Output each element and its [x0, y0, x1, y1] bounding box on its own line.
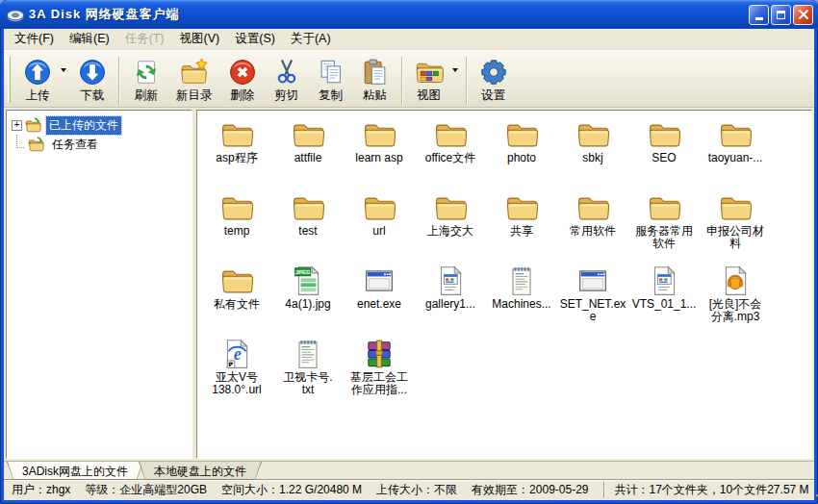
file-item[interactable]: enet.exe [344, 265, 415, 338]
copy-icon [317, 58, 345, 87]
file-item[interactable]: e亚太V号 138.0°.url [201, 338, 272, 411]
file-item[interactable]: 卫视卡号. txt [272, 338, 344, 411]
settings-icon [479, 58, 508, 87]
file-label: enet.exe [357, 298, 401, 311]
file-item[interactable]: attfile [272, 118, 344, 191]
file-label: 申报公司材 料 [706, 225, 764, 250]
file-item[interactable]: 基层工会工 作应用指... [344, 338, 415, 411]
toolbar-paste-label: 粘贴 [363, 88, 387, 104]
file-item[interactable]: test [272, 191, 344, 265]
file-item[interactable]: 常用软件 [557, 191, 628, 265]
folder-icon [292, 191, 324, 224]
title-bar[interactable]: 3A Disk 网络硬盘客户端 [0, 0, 818, 29]
file-item[interactable]: 私有文件 [201, 265, 272, 338]
file-label: 服务器常用 软件 [635, 225, 693, 250]
toolbar-copy-label: 复制 [319, 88, 343, 104]
new-folder-icon [180, 58, 209, 87]
file-item[interactable]: learn asp [344, 118, 415, 191]
toolbar-copy-button[interactable]: 复制 [309, 54, 353, 107]
toolbar-grip[interactable] [8, 57, 11, 103]
file-label: gallery1... [425, 298, 475, 311]
file-label: 上海交大 [427, 225, 473, 238]
file-label: learn asp [355, 152, 402, 164]
file-item[interactable]: 上海交大 [415, 191, 486, 265]
sidebar-item-uploaded-files[interactable]: +已上传的文件 [7, 115, 192, 135]
toolbar-new-folder-button[interactable]: 新目录 [168, 54, 220, 107]
menu-item-about[interactable]: 关于(A) [283, 28, 339, 50]
close-button[interactable] [793, 5, 813, 25]
file-item[interactable]: SET_NET.exe [557, 265, 628, 338]
toolbar-upload-button[interactable]: 上传 [15, 54, 60, 107]
tab-label: 3ADisk网盘上的文件 [8, 462, 142, 479]
file-label: temp [224, 225, 250, 238]
svg-text:JPEG: JPEG [295, 269, 311, 275]
file-item[interactable]: office文件 [415, 118, 486, 191]
file-item[interactable]: temp [201, 191, 272, 265]
file-label: 基层工会工 作应用指... [350, 371, 408, 396]
toolbar-view-label: 视图 [417, 88, 441, 104]
folder-arrow-icon [25, 117, 42, 133]
file-item[interactable]: JPEG4a(1).jpg [272, 265, 344, 338]
toolbar-cut-button[interactable]: 剪切 [265, 54, 309, 107]
file-item[interactable]: gallery1... [415, 265, 486, 338]
folder-icon [434, 191, 467, 224]
file-label: taoyuan-... [708, 152, 763, 164]
folder-arrow-icon [28, 137, 45, 152]
tree-expander-icon[interactable]: + [12, 120, 22, 131]
tab-local-files[interactable]: 本地硬盘上的文件 [139, 462, 262, 480]
menu-item-view[interactable]: 视图(V) [172, 28, 228, 50]
file-item[interactable]: 共享 [486, 191, 557, 265]
tab-remote-files[interactable]: 3ADisk网盘上的文件 [7, 462, 143, 480]
toolbar: 上传下载刷新新目录删除剪切复制粘贴视图设置 [4, 50, 814, 108]
mp3-file-icon [719, 265, 752, 297]
file-item[interactable]: VTS_01_1... [628, 265, 700, 338]
upload-dropdown-button[interactable] [60, 54, 70, 87]
file-item[interactable]: SEO [628, 118, 700, 191]
sidebar-item-task-view[interactable]: 任务查看 [7, 135, 192, 154]
file-label: sbkj [582, 152, 602, 164]
view-icon [415, 58, 444, 87]
status-field: 用户：zhgx [12, 482, 70, 498]
exe-file-icon [363, 265, 396, 297]
file-item[interactable]: sbkj [557, 118, 628, 191]
textdoc-file-icon [292, 338, 324, 370]
file-item[interactable]: 申报公司材 料 [700, 191, 771, 265]
folder-icon [505, 191, 538, 224]
status-field: 有效期至：2009-05-29 [472, 482, 588, 498]
file-item[interactable]: 服务器常用 软件 [628, 191, 700, 265]
file-item[interactable]: asp程序 [201, 118, 272, 191]
folder-icon [576, 118, 609, 151]
chevron-down-icon [61, 68, 66, 72]
file-item[interactable]: Machines... [486, 265, 557, 338]
toolbar-delete-button[interactable]: 删除 [220, 54, 265, 107]
htmldoc-file-icon [648, 265, 680, 297]
file-label: SET_NET.exe [558, 298, 627, 323]
file-item[interactable]: url [344, 191, 415, 265]
toolbar-settings-button[interactable]: 设置 [472, 54, 516, 107]
htmldoc-file-icon [434, 265, 467, 297]
toolbar-new-folder-label: 新目录 [176, 88, 213, 104]
maximize-button[interactable] [771, 5, 791, 25]
file-item[interactable]: photo [486, 118, 557, 191]
app-window: 3A Disk 网络硬盘客户端 文件(F)编辑(E)任务(T)视图(V)设置(S… [0, 0, 818, 504]
menu-item-edit[interactable]: 编辑(E) [62, 28, 117, 50]
file-label: office文件 [425, 152, 475, 164]
menu-item-settings[interactable]: 设置(S) [227, 28, 283, 50]
file-label: photo [507, 152, 536, 164]
status-field: 等级：企业高端型20GB [85, 482, 207, 498]
view-dropdown-button[interactable] [451, 54, 462, 87]
folder-icon [719, 191, 752, 224]
toolbar-download-button[interactable]: 下载 [70, 54, 115, 107]
file-item[interactable]: [光良]不会 分离.mp3 [700, 265, 771, 338]
resize-grip[interactable] [815, 485, 818, 498]
menu-item-file[interactable]: 文件(F) [7, 28, 62, 50]
file-item[interactable]: taoyuan-... [700, 118, 771, 191]
minimize-button[interactable] [749, 5, 769, 25]
url-file-icon: e [220, 338, 253, 370]
toolbar-refresh-button[interactable]: 刷新 [124, 54, 168, 107]
file-label: [光良]不会 分离.mp3 [709, 298, 762, 323]
toolbar-separator [118, 57, 120, 105]
toolbar-paste-button[interactable]: 粘贴 [353, 54, 397, 107]
file-label: url [372, 225, 385, 238]
toolbar-view-button[interactable]: 视图 [407, 54, 451, 107]
